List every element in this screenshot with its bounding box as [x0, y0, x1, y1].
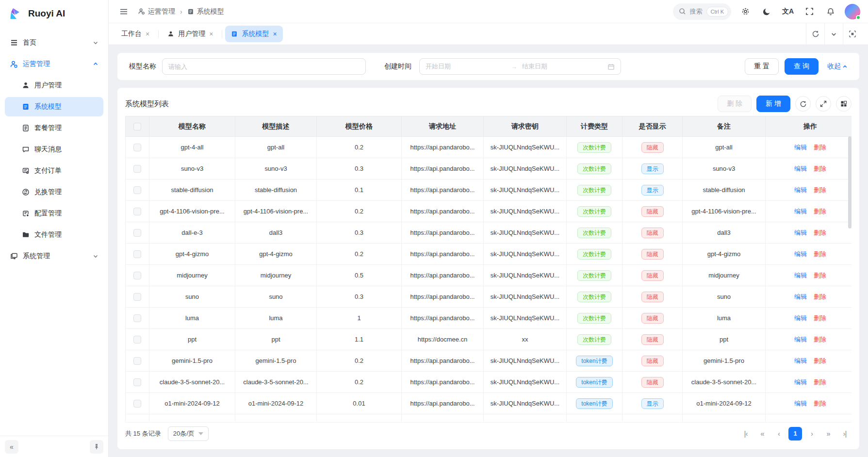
settings-gear-icon[interactable]: [738, 4, 753, 19]
row-checkbox[interactable]: [133, 272, 141, 279]
row-checkbox[interactable]: [133, 208, 141, 215]
prev-group-button[interactable]: «: [755, 427, 769, 441]
sidebar-item-system-management[interactable]: 系统管理: [5, 246, 103, 266]
column-settings-icon[interactable]: [836, 96, 852, 112]
user-avatar[interactable]: [845, 4, 860, 19]
sidebar-item-payment-orders[interactable]: 支付订单: [5, 161, 103, 180]
row-checkbox[interactable]: [133, 293, 141, 301]
collapse-sidebar-button[interactable]: «: [5, 440, 18, 454]
edit-link[interactable]: 编辑: [794, 378, 807, 386]
close-icon[interactable]: ×: [146, 30, 149, 38]
edit-link[interactable]: 编辑: [794, 357, 807, 364]
delete-link[interactable]: 删除: [814, 144, 826, 151]
display-status-badge: 隐藏: [641, 249, 664, 260]
next-page-button[interactable]: ›: [805, 427, 819, 441]
next-group-button[interactable]: »: [821, 427, 835, 441]
query-button[interactable]: 查 询: [785, 58, 819, 75]
sidebar-item-home[interactable]: 首页: [5, 33, 103, 52]
request-url-cell: https://api.pandarobo...: [402, 201, 484, 222]
row-checkbox[interactable]: [133, 229, 141, 237]
fullscreen-icon[interactable]: [802, 4, 817, 19]
first-page-button[interactable]: |‹: [739, 427, 753, 441]
translate-icon[interactable]: 文A: [781, 4, 795, 19]
close-icon[interactable]: ×: [209, 30, 213, 38]
edit-link[interactable]: 编辑: [794, 293, 807, 300]
display-status-cell: 显示: [622, 158, 683, 180]
dark-mode-moon-icon[interactable]: [759, 4, 774, 19]
row-checkbox[interactable]: [133, 378, 141, 386]
last-page-button[interactable]: ›|: [838, 427, 852, 441]
close-icon[interactable]: ×: [273, 30, 277, 38]
delete-selected-button[interactable]: 删 除: [718, 96, 752, 112]
expand-table-icon[interactable]: [816, 96, 831, 112]
row-checkbox[interactable]: [133, 400, 141, 408]
delete-link[interactable]: 删除: [814, 250, 826, 258]
delete-link[interactable]: 删除: [814, 186, 826, 194]
tab-workbench[interactable]: 工作台 ×: [115, 26, 155, 42]
delete-link[interactable]: 删除: [814, 336, 826, 343]
delete-link[interactable]: 删除: [814, 229, 826, 236]
breadcrumb-operations[interactable]: 运营管理: [138, 7, 175, 16]
edit-link[interactable]: 编辑: [794, 165, 807, 172]
display-status-cell: 隐藏: [622, 350, 683, 372]
sidebar-item-operations[interactable]: 运营管理: [5, 54, 103, 74]
sidebar-item-system-model[interactable]: 系统模型: [5, 97, 103, 116]
remark-cell: suno-v3: [683, 158, 766, 180]
edit-link[interactable]: 编辑: [794, 144, 807, 151]
table-row: midjourneymidjourney0.5https://api.panda…: [126, 265, 852, 286]
row-checkbox[interactable]: [133, 357, 141, 365]
sidebar-item-exchange-management[interactable]: 兑换管理: [5, 182, 103, 202]
sidebar-item-user-management[interactable]: 用户管理: [5, 76, 103, 95]
tab-list-chevron-icon[interactable]: [824, 23, 843, 45]
refresh-table-icon[interactable]: [795, 96, 811, 112]
edit-link[interactable]: 编辑: [794, 400, 807, 407]
add-button[interactable]: 新 增: [756, 96, 790, 112]
edit-link[interactable]: 编辑: [794, 272, 807, 279]
delete-link[interactable]: 删除: [814, 314, 826, 322]
sidebar-item-config-management[interactable]: 配置管理: [5, 204, 103, 223]
row-checkbox[interactable]: [133, 250, 141, 258]
document-list-icon: [21, 103, 30, 111]
notifications-bell-icon[interactable]: [823, 4, 838, 19]
breadcrumb-system-model[interactable]: 系统模型: [187, 7, 224, 16]
delete-link[interactable]: 删除: [814, 378, 826, 386]
prev-page-button[interactable]: ‹: [772, 427, 786, 441]
edit-link[interactable]: 编辑: [794, 250, 807, 258]
delete-link[interactable]: 删除: [814, 293, 826, 300]
global-search[interactable]: 搜索 Ctrl K: [673, 3, 732, 20]
sidebar-item-chat-messages[interactable]: 聊天消息: [5, 140, 103, 159]
date-range-picker[interactable]: 开始日期 → 结束日期: [419, 58, 621, 75]
model-price-cell: 0.01: [317, 393, 402, 414]
collapse-filter-link[interactable]: 收起: [827, 62, 848, 71]
edit-link[interactable]: 编辑: [794, 336, 807, 343]
model-name-input[interactable]: [162, 58, 366, 75]
tab-system-model[interactable]: 系统模型 ×: [225, 26, 282, 42]
pin-sidebar-button[interactable]: [90, 440, 103, 454]
edit-link[interactable]: 编辑: [794, 229, 807, 236]
table-scrollbar[interactable]: [848, 136, 852, 228]
delete-link[interactable]: 删除: [814, 272, 826, 279]
content-fullscreen-icon[interactable]: [843, 23, 861, 45]
page-number-button[interactable]: 1: [788, 427, 802, 441]
edit-link[interactable]: 编辑: [794, 186, 807, 194]
row-checkbox[interactable]: [133, 314, 141, 322]
row-checkbox[interactable]: [133, 336, 141, 343]
edit-link[interactable]: 编辑: [794, 314, 807, 322]
sidebar-item-file-management[interactable]: 文件管理: [5, 225, 103, 245]
row-checkbox[interactable]: [133, 165, 141, 173]
hamburger-menu-icon[interactable]: [116, 4, 131, 19]
tab-user-management[interactable]: 用户管理 ×: [162, 26, 219, 42]
sidebar: Ruoyi AI 首页 运营管理: [0, 0, 109, 457]
delete-link[interactable]: 删除: [814, 165, 826, 172]
edit-link[interactable]: 编辑: [794, 208, 807, 215]
select-all-checkbox[interactable]: [133, 123, 141, 131]
delete-link[interactable]: 删除: [814, 400, 826, 407]
row-checkbox[interactable]: [133, 186, 141, 194]
row-checkbox[interactable]: [133, 144, 141, 151]
refresh-tab-icon[interactable]: [806, 23, 824, 45]
delete-link[interactable]: 删除: [814, 357, 826, 364]
page-size-select[interactable]: 20条/页: [168, 426, 209, 441]
reset-button[interactable]: 重 置: [745, 58, 779, 75]
delete-link[interactable]: 删除: [814, 208, 826, 215]
sidebar-item-package-management[interactable]: 套餐管理: [5, 118, 103, 138]
